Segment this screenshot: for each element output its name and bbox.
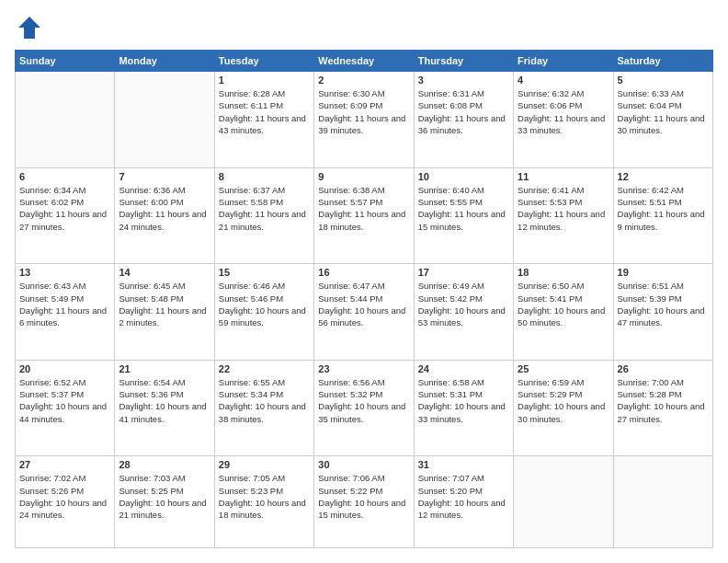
calendar-week-row: 1Sunrise: 6:28 AM Sunset: 6:11 PM Daylig…: [16, 72, 713, 168]
day-number: 19: [618, 267, 709, 278]
weekday-header-tuesday: Tuesday: [214, 51, 313, 72]
day-number: 7: [119, 171, 210, 182]
weekday-header-row: SundayMondayTuesdayWednesdayThursdayFrid…: [16, 51, 713, 72]
calendar-cell: 11Sunrise: 6:41 AM Sunset: 5:53 PM Dayli…: [514, 167, 613, 264]
day-number: 31: [418, 459, 509, 470]
day-info: Sunrise: 6:50 AM Sunset: 5:41 PM Dayligh…: [518, 280, 609, 328]
day-number: 29: [219, 459, 310, 470]
weekday-header-wednesday: Wednesday: [314, 51, 414, 72]
calendar-cell: 16Sunrise: 6:47 AM Sunset: 5:44 PM Dayli…: [314, 264, 414, 361]
calendar-cell: 3Sunrise: 6:31 AM Sunset: 6:08 PM Daylig…: [414, 72, 513, 168]
calendar-cell: 5Sunrise: 6:33 AM Sunset: 6:04 PM Daylig…: [613, 72, 712, 168]
calendar-cell: 21Sunrise: 6:54 AM Sunset: 5:36 PM Dayli…: [115, 360, 214, 456]
day-number: 17: [418, 267, 509, 278]
day-info: Sunrise: 7:07 AM Sunset: 5:20 PM Dayligh…: [418, 472, 509, 521]
day-info: Sunrise: 6:47 AM Sunset: 5:44 PM Dayligh…: [318, 280, 409, 328]
day-info: Sunrise: 6:56 AM Sunset: 5:32 PM Dayligh…: [318, 376, 409, 425]
calendar-week-row: 20Sunrise: 6:52 AM Sunset: 5:37 PM Dayli…: [16, 360, 713, 456]
calendar-cell: 27Sunrise: 7:02 AM Sunset: 5:26 PM Dayli…: [16, 456, 115, 548]
calendar-cell: 22Sunrise: 6:55 AM Sunset: 5:34 PM Dayli…: [214, 360, 313, 456]
calendar-cell: 13Sunrise: 6:43 AM Sunset: 5:49 PM Dayli…: [16, 264, 115, 361]
day-info: Sunrise: 7:06 AM Sunset: 5:22 PM Dayligh…: [318, 472, 409, 521]
day-info: Sunrise: 7:03 AM Sunset: 5:25 PM Dayligh…: [119, 472, 210, 521]
day-number: 10: [418, 171, 509, 182]
calendar-cell: 14Sunrise: 6:45 AM Sunset: 5:48 PM Dayli…: [115, 264, 214, 361]
svg-marker-0: [18, 17, 40, 39]
calendar-cell: 2Sunrise: 6:30 AM Sunset: 6:09 PM Daylig…: [314, 72, 414, 168]
day-info: Sunrise: 6:32 AM Sunset: 6:06 PM Dayligh…: [518, 87, 609, 136]
calendar-cell: 4Sunrise: 6:32 AM Sunset: 6:06 PM Daylig…: [514, 72, 613, 168]
day-number: 2: [318, 75, 409, 86]
day-info: Sunrise: 6:43 AM Sunset: 5:49 PM Dayligh…: [19, 280, 110, 328]
day-number: 13: [19, 267, 110, 278]
day-info: Sunrise: 6:38 AM Sunset: 5:57 PM Dayligh…: [318, 184, 409, 233]
day-number: 6: [19, 171, 110, 182]
calendar-cell: [613, 456, 712, 548]
calendar-cell: 23Sunrise: 6:56 AM Sunset: 5:32 PM Dayli…: [314, 360, 414, 456]
day-info: Sunrise: 6:31 AM Sunset: 6:08 PM Dayligh…: [418, 87, 509, 136]
weekday-header-saturday: Saturday: [613, 51, 712, 72]
logo-icon: [17, 15, 42, 40]
calendar-cell: 25Sunrise: 6:59 AM Sunset: 5:29 PM Dayli…: [514, 360, 613, 456]
weekday-header-sunday: Sunday: [16, 51, 115, 72]
day-number: 26: [618, 363, 709, 374]
calendar-page: SundayMondayTuesdayWednesdayThursdayFrid…: [0, 0, 728, 563]
day-info: Sunrise: 6:54 AM Sunset: 5:36 PM Dayligh…: [119, 376, 210, 425]
day-number: 28: [119, 459, 210, 470]
day-info: Sunrise: 7:05 AM Sunset: 5:23 PM Dayligh…: [219, 472, 310, 521]
day-info: Sunrise: 7:02 AM Sunset: 5:26 PM Dayligh…: [19, 472, 110, 521]
day-info: Sunrise: 6:52 AM Sunset: 5:37 PM Dayligh…: [19, 376, 110, 425]
day-info: Sunrise: 6:45 AM Sunset: 5:48 PM Dayligh…: [119, 280, 210, 328]
day-number: 9: [318, 171, 409, 182]
calendar-cell: 17Sunrise: 6:49 AM Sunset: 5:42 PM Dayli…: [414, 264, 513, 361]
header: [15, 15, 713, 40]
calendar-cell: [16, 72, 115, 168]
calendar-cell: 6Sunrise: 6:34 AM Sunset: 6:02 PM Daylig…: [16, 167, 115, 264]
calendar-cell: 26Sunrise: 7:00 AM Sunset: 5:28 PM Dayli…: [613, 360, 712, 456]
calendar-cell: 28Sunrise: 7:03 AM Sunset: 5:25 PM Dayli…: [115, 456, 214, 548]
day-info: Sunrise: 6:49 AM Sunset: 5:42 PM Dayligh…: [418, 280, 509, 328]
day-number: 21: [119, 363, 210, 374]
day-info: Sunrise: 6:37 AM Sunset: 5:58 PM Dayligh…: [219, 184, 310, 233]
day-number: 30: [318, 459, 409, 470]
day-number: 8: [219, 171, 310, 182]
day-info: Sunrise: 6:51 AM Sunset: 5:39 PM Dayligh…: [618, 280, 709, 328]
day-number: 22: [219, 363, 310, 374]
day-number: 15: [219, 267, 310, 278]
day-number: 24: [418, 363, 509, 374]
day-number: 23: [318, 363, 409, 374]
day-number: 14: [119, 267, 210, 278]
calendar-cell: 31Sunrise: 7:07 AM Sunset: 5:20 PM Dayli…: [414, 456, 513, 548]
day-info: Sunrise: 6:36 AM Sunset: 6:00 PM Dayligh…: [119, 184, 210, 233]
calendar-cell: [115, 72, 214, 168]
calendar-cell: 10Sunrise: 6:40 AM Sunset: 5:55 PM Dayli…: [414, 167, 513, 264]
day-info: Sunrise: 6:55 AM Sunset: 5:34 PM Dayligh…: [219, 376, 310, 425]
calendar-cell: 12Sunrise: 6:42 AM Sunset: 5:51 PM Dayli…: [613, 167, 712, 264]
calendar-cell: 20Sunrise: 6:52 AM Sunset: 5:37 PM Dayli…: [16, 360, 115, 456]
day-number: 3: [418, 75, 509, 86]
day-number: 1: [219, 75, 310, 86]
day-number: 16: [318, 267, 409, 278]
weekday-header-friday: Friday: [514, 51, 613, 72]
calendar-week-row: 6Sunrise: 6:34 AM Sunset: 6:02 PM Daylig…: [16, 167, 713, 264]
calendar-cell: 30Sunrise: 7:06 AM Sunset: 5:22 PM Dayli…: [314, 456, 414, 548]
day-info: Sunrise: 6:46 AM Sunset: 5:46 PM Dayligh…: [219, 280, 310, 328]
calendar-cell: 15Sunrise: 6:46 AM Sunset: 5:46 PM Dayli…: [214, 264, 313, 361]
calendar-week-row: 13Sunrise: 6:43 AM Sunset: 5:49 PM Dayli…: [16, 264, 713, 361]
day-number: 18: [518, 267, 609, 278]
day-info: Sunrise: 6:33 AM Sunset: 6:04 PM Dayligh…: [618, 87, 709, 136]
calendar-cell: 24Sunrise: 6:58 AM Sunset: 5:31 PM Dayli…: [414, 360, 513, 456]
calendar-cell: 1Sunrise: 6:28 AM Sunset: 6:11 PM Daylig…: [214, 72, 313, 168]
calendar-cell: [514, 456, 613, 548]
calendar-cell: 29Sunrise: 7:05 AM Sunset: 5:23 PM Dayli…: [214, 456, 313, 548]
day-info: Sunrise: 6:40 AM Sunset: 5:55 PM Dayligh…: [418, 184, 509, 233]
weekday-header-thursday: Thursday: [414, 51, 513, 72]
day-number: 20: [19, 363, 110, 374]
calendar-table: SundayMondayTuesdayWednesdayThursdayFrid…: [15, 50, 713, 548]
day-info: Sunrise: 6:30 AM Sunset: 6:09 PM Dayligh…: [318, 87, 409, 136]
calendar-cell: 7Sunrise: 6:36 AM Sunset: 6:00 PM Daylig…: [115, 167, 214, 264]
day-number: 5: [618, 75, 709, 86]
logo: [15, 15, 42, 40]
calendar-cell: 9Sunrise: 6:38 AM Sunset: 5:57 PM Daylig…: [314, 167, 414, 264]
day-info: Sunrise: 6:42 AM Sunset: 5:51 PM Dayligh…: [618, 184, 709, 233]
